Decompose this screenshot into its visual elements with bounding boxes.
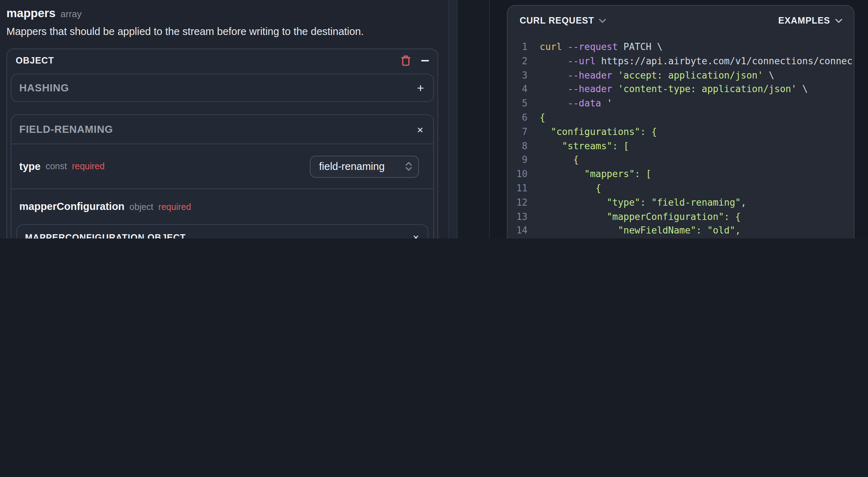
line-number: 8 [508, 139, 528, 153]
code-text: "streams": [ [528, 139, 629, 153]
mapper-configuration-required: required [158, 202, 191, 212]
mapperconfiguration-card: MAPPERCONFIGURATION OBJECT × newFieldNam… [16, 224, 428, 239]
code-line: 3 --header 'accept: application/json' \ [508, 68, 853, 82]
column-scrollbar-gutter[interactable] [448, 0, 458, 239]
line-number: 13 [508, 210, 528, 224]
code-block: 1curl --request PATCH \2 --url https://a… [508, 40, 853, 239]
line-number: 3 [508, 68, 528, 82]
minus-icon [421, 60, 429, 61]
code-line: 5 --data ' [508, 96, 853, 111]
line-number: 12 [508, 196, 528, 210]
examples-label: EXAMPLES [778, 16, 830, 26]
code-line: 11 { [508, 181, 853, 196]
property-description: Mappers that should be applied to the st… [6, 26, 364, 37]
property-heading: mappers array [6, 6, 82, 20]
code-text: { [528, 181, 601, 196]
line-number: 5 [508, 96, 528, 111]
object-card-title: OBJECT [16, 55, 54, 65]
hashing-section-title: HASHING [19, 82, 69, 94]
hashing-section-row[interactable]: HASHING + [11, 74, 434, 102]
code-line: 14 "newFieldName": "old", [508, 224, 853, 238]
code-text: "mapperConfiguration": { [528, 210, 741, 224]
code-line: 9 { [508, 153, 853, 167]
property-name: mappers [6, 6, 56, 20]
chevron-down-icon [835, 18, 842, 23]
line-number: 6 [508, 111, 528, 125]
code-line: 8 "streams": [ [508, 139, 853, 153]
close-icon[interactable]: × [413, 232, 419, 239]
type-field-required: required [72, 161, 105, 171]
collapse-object-button[interactable] [421, 60, 429, 61]
code-text: --url https://api.airbyte.com/v1/connect… [528, 54, 853, 69]
line-number: 4 [508, 82, 528, 97]
mapper-configuration-name: mapperConfiguration [19, 201, 125, 212]
code-text: "type": "field-renaming", [528, 196, 746, 210]
mapper-configuration-kind: object [130, 202, 153, 212]
type-select[interactable]: field-renaming [310, 155, 419, 177]
field-renaming-header: FIELD-RENAMING × [11, 115, 433, 144]
code-line: 7 "configurations": { [508, 125, 853, 139]
property-type-badge: array [61, 9, 82, 19]
code-text: { [528, 111, 545, 125]
code-text: "originalFieldName": "new" [528, 238, 763, 239]
code-text: "newFieldName": "old", [528, 224, 741, 238]
code-text: { [528, 153, 579, 167]
curl-request-header: CURL REQUEST EXAMPLES [508, 6, 854, 26]
select-stepper-icon [405, 161, 413, 172]
code-line: 1curl --request PATCH \ [508, 40, 853, 54]
column-divider [458, 0, 490, 239]
code-text: "mappers": [ [528, 167, 651, 181]
code-text: curl --request PATCH \ [528, 40, 662, 54]
line-number: 14 [508, 224, 528, 238]
line-number: 11 [508, 181, 528, 196]
mapper-configuration-row: mapperConfiguration object required [19, 201, 433, 215]
code-line: 6{ [508, 111, 853, 125]
field-renaming-title: FIELD-RENAMING [19, 124, 113, 135]
object-card: OBJECT HASHING + F [6, 49, 438, 239]
field-renaming-card: FIELD-RENAMING × type const required fie… [11, 114, 434, 239]
trash-icon [400, 55, 411, 66]
delete-object-button[interactable] [400, 55, 411, 66]
chevron-down-icon[interactable] [599, 18, 606, 23]
examples-dropdown[interactable]: EXAMPLES [778, 16, 842, 26]
code-text: --data ' [528, 96, 612, 111]
type-field-kind: const [46, 161, 67, 171]
line-number: 1 [508, 40, 528, 54]
plus-icon[interactable]: + [417, 82, 424, 94]
code-line: 15 "originalFieldName": "new" [508, 238, 853, 239]
code-line: 2 --url https://api.airbyte.com/v1/conne… [508, 54, 853, 69]
code-samples-column: CURL REQUEST EXAMPLES 1curl --request PA… [490, 0, 868, 239]
code-text: --header 'content-type: application/json… [528, 82, 808, 97]
line-number: 10 [508, 167, 528, 181]
schema-column: mappers array Mappers that should be app… [0, 0, 448, 239]
code-text: --header 'accept: application/json' \ [528, 68, 774, 82]
curl-request-title[interactable]: CURL REQUEST [520, 16, 594, 26]
type-select-value: field-renaming [319, 161, 405, 172]
code-text: "configurations": { [528, 125, 657, 139]
line-number: 2 [508, 54, 528, 69]
line-number: 9 [508, 153, 528, 167]
type-field-name: type [19, 161, 41, 172]
close-icon[interactable]: × [417, 124, 423, 135]
api-docs-page: mappers array Mappers that should be app… [0, 0, 868, 239]
type-row: type const required field-renaming [11, 144, 433, 189]
mapperconfiguration-header: MAPPERCONFIGURATION OBJECT × [17, 225, 428, 239]
line-number: 15 [508, 238, 528, 239]
code-line: 12 "type": "field-renaming", [508, 196, 853, 210]
line-number: 7 [508, 125, 528, 139]
object-card-header: OBJECT [7, 49, 438, 71]
mapperconfiguration-title: MAPPERCONFIGURATION OBJECT [25, 232, 186, 239]
code-line: 13 "mapperConfiguration": { [508, 210, 853, 224]
curl-request-panel: CURL REQUEST EXAMPLES 1curl --request PA… [507, 5, 854, 239]
code-line: 4 --header 'content-type: application/js… [508, 82, 853, 97]
code-line: 10 "mappers": [ [508, 167, 853, 181]
